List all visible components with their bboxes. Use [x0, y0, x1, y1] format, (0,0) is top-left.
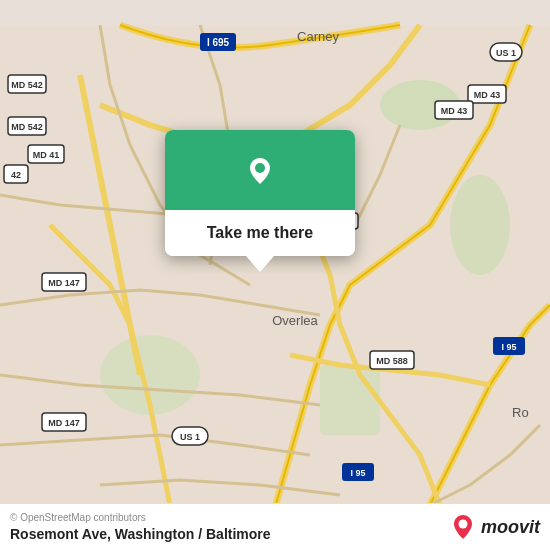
svg-text:MD 542: MD 542	[11, 80, 43, 90]
location-pin-icon	[238, 148, 282, 192]
map-background: I 695 US 1 MD 542 MD 542 MD 43 MD 43 MD …	[0, 0, 550, 550]
location-name: Rosemont Ave, Washington / Baltimore	[10, 526, 271, 542]
svg-text:MD 588: MD 588	[376, 356, 408, 366]
moovit-logo: moovit	[449, 513, 540, 541]
popup-header	[165, 130, 355, 210]
svg-text:Carney: Carney	[297, 29, 339, 44]
moovit-brand-text: moovit	[481, 517, 540, 538]
popup-tail	[246, 256, 274, 272]
svg-text:MD 41: MD 41	[33, 150, 60, 160]
svg-text:MD 43: MD 43	[441, 106, 468, 116]
svg-text:I 95: I 95	[501, 342, 516, 352]
svg-text:US 1: US 1	[496, 48, 516, 58]
svg-text:I 95: I 95	[350, 468, 365, 478]
svg-point-42	[458, 520, 467, 529]
svg-text:US 1: US 1	[180, 432, 200, 442]
svg-text:MD 147: MD 147	[48, 418, 80, 428]
svg-point-2	[450, 175, 510, 275]
svg-text:MD 43: MD 43	[474, 90, 501, 100]
take-me-there-button[interactable]: Take me there	[165, 210, 355, 256]
location-popup: Take me there	[165, 130, 355, 256]
svg-text:I 695: I 695	[207, 37, 230, 48]
location-info: © OpenStreetMap contributors Rosemont Av…	[10, 512, 271, 542]
map-container: I 695 US 1 MD 542 MD 542 MD 43 MD 43 MD …	[0, 0, 550, 550]
svg-point-41	[255, 163, 265, 173]
svg-text:42: 42	[11, 170, 21, 180]
copyright-text: © OpenStreetMap contributors	[10, 512, 271, 523]
svg-text:MD 147: MD 147	[48, 278, 80, 288]
svg-text:Ro: Ro	[512, 405, 529, 420]
moovit-pin-icon	[449, 513, 477, 541]
svg-text:Overlea: Overlea	[272, 313, 318, 328]
svg-text:MD 542: MD 542	[11, 122, 43, 132]
svg-rect-4	[320, 365, 380, 435]
bottom-bar: © OpenStreetMap contributors Rosemont Av…	[0, 503, 550, 550]
